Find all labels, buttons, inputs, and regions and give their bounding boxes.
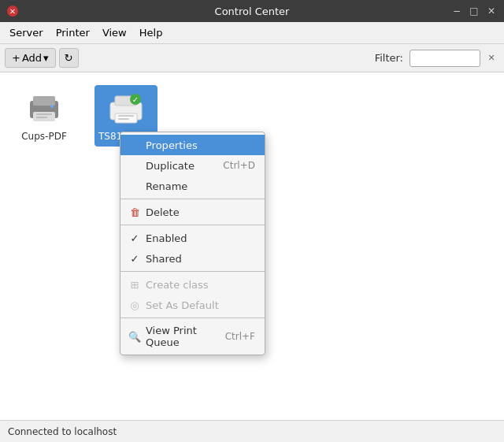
ctx-delete[interactable]: 🗑 Delete [120,202,265,222]
ctx-shared[interactable]: ✓ Shared [120,248,265,269]
titlebar-controls: − □ ✕ [450,5,498,17]
cups-pdf-label: Cups-PDF [21,131,67,142]
delete-icon: 🗑 [128,206,141,218]
add-button[interactable]: + Add ▾ [5,48,56,68]
ctx-delete-label: Delete [146,206,180,218]
titlebar: ✕ Control Center − □ ✕ [0,0,504,22]
ctx-view-queue-label: View Print Queue [146,325,220,348]
filter-clear-button[interactable]: ✕ [484,50,499,67]
filter-input[interactable] [410,50,480,67]
add-arrow-icon: ▾ [43,52,49,64]
view-queue-icon: 🔍 [128,330,141,343]
cups-pdf-svg [25,90,63,128]
ctx-properties-label: Properties [146,139,198,151]
context-menu: Properties Duplicate Ctrl+D Rename 🗑 Del… [120,132,265,355]
printer-cups-pdf[interactable]: Cups-PDF [13,85,76,147]
svg-rect-5 [36,113,52,115]
shared-check-icon: ✓ [128,252,141,265]
ctx-view-queue[interactable]: 🔍 View Print Queue Ctrl+F [120,321,265,352]
cups-pdf-icon [25,90,63,128]
menubar: Server Printer View Help [0,22,504,44]
ctx-view-queue-shortcut: Ctrl+F [225,331,255,342]
toolbar: + Add ▾ ↻ Filter: ✕ [0,44,504,72]
refresh-icon: ↻ [65,52,73,64]
maximize-button[interactable]: □ [468,5,480,17]
svg-rect-11 [118,115,134,117]
ctx-set-default[interactable]: ◎ Set As Default [120,295,265,315]
ctx-duplicate[interactable]: Duplicate Ctrl+D [120,155,265,176]
ts8100-icon: ✓ [107,90,145,128]
ctx-create-class[interactable]: ⊞ Create class [120,274,265,295]
svg-rect-3 [33,96,55,106]
svg-text:✕: ✕ [9,7,16,16]
ctx-duplicate-label: Duplicate [146,160,195,172]
menu-view[interactable]: View [96,24,133,42]
ctx-properties[interactable]: Properties [120,135,265,155]
ctx-create-class-label: Create class [146,279,209,291]
minimize-button[interactable]: − [450,5,463,17]
ctx-sep-2 [120,225,265,225]
ctx-set-default-label: Set As Default [146,299,219,311]
enabled-check-icon: ✓ [128,232,141,244]
ctx-duplicate-shortcut: Ctrl+D [223,160,255,171]
ctx-enabled-label: Enabled [146,232,187,244]
refresh-button[interactable]: ↻ [59,48,79,68]
main-content: Cups-PDF ✓ TS8100USB Properties [0,72,504,420]
set-default-icon: ◎ [128,299,141,311]
filter-label: Filter: [375,52,403,64]
statusbar: Connected to localhost [0,420,504,442]
svg-rect-6 [36,117,47,118]
properties-icon [128,139,141,151]
window-title: Control Center [215,6,290,17]
app-icon: ✕ [6,5,19,17]
menu-help[interactable]: Help [133,24,169,42]
status-text: Connected to localhost [8,426,117,437]
close-button[interactable]: ✕ [485,5,498,17]
rename-icon [128,180,141,192]
duplicate-icon [128,159,141,172]
titlebar-left: ✕ [6,5,19,17]
menu-printer[interactable]: Printer [50,24,96,42]
ctx-enabled[interactable]: ✓ Enabled [120,228,265,248]
add-plus-icon: + [12,52,20,64]
ctx-sep-1 [120,199,265,199]
ctx-rename-label: Rename [146,180,187,192]
create-class-icon: ⊞ [128,278,141,291]
svg-rect-12 [118,118,129,120]
ctx-shared-label: Shared [146,253,182,265]
ctx-sep-4 [120,318,265,318]
add-label: Add [22,52,42,64]
svg-point-7 [50,105,54,108]
menu-server[interactable]: Server [3,24,50,42]
svg-text:✓: ✓ [132,95,139,104]
ts8100-svg: ✓ [107,90,145,128]
ctx-rename[interactable]: Rename [120,176,265,196]
ctx-sep-3 [120,271,265,272]
